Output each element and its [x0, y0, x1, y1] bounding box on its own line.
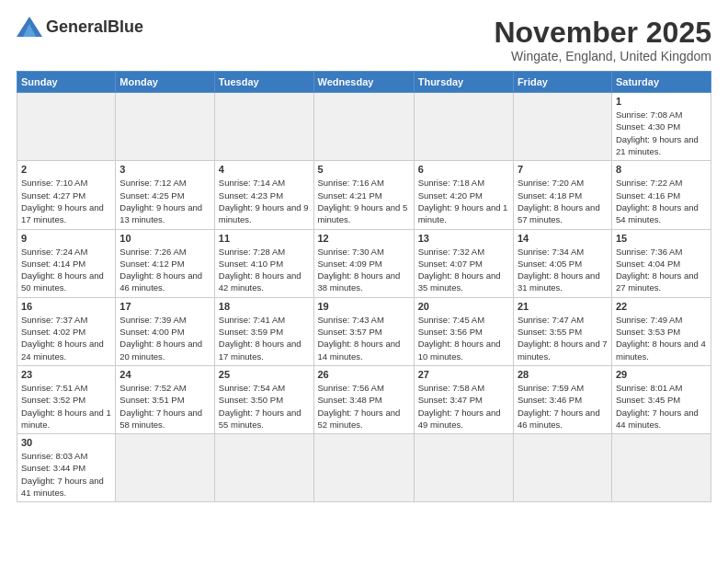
day-cell: 23Sunrise: 7:51 AMSunset: 3:52 PMDayligh… [17, 365, 116, 433]
logo-text: GeneralBlue [46, 18, 143, 35]
day-info: Sunrise: 7:56 AMSunset: 3:48 PMDaylight:… [318, 382, 410, 431]
day-number: 18 [219, 301, 310, 312]
day-cell [611, 434, 711, 502]
day-info: Sunrise: 7:36 AMSunset: 4:04 PMDaylight:… [616, 246, 707, 294]
header-row: SundayMondayTuesdayWednesdayThursdayFrid… [17, 72, 711, 93]
calendar-header: SundayMondayTuesdayWednesdayThursdayFrid… [17, 72, 711, 93]
month-title: November 2025 [494, 17, 711, 49]
header-cell-tuesday: Tuesday [214, 72, 313, 93]
week-row-3: 16Sunrise: 7:37 AMSunset: 4:02 PMDayligh… [17, 297, 711, 365]
day-info: Sunrise: 7:20 AMSunset: 4:18 PMDaylight:… [518, 177, 608, 225]
day-cell: 10Sunrise: 7:26 AMSunset: 4:12 PMDayligh… [116, 229, 214, 297]
week-row-5: 30Sunrise: 8:03 AMSunset: 3:44 PMDayligh… [17, 434, 711, 502]
day-cell [414, 434, 513, 502]
day-info: Sunrise: 7:54 AMSunset: 3:50 PMDaylight:… [219, 382, 310, 431]
day-number: 4 [219, 164, 310, 175]
day-number: 3 [119, 164, 210, 175]
day-number: 9 [21, 233, 111, 244]
day-cell: 27Sunrise: 7:58 AMSunset: 3:47 PMDayligh… [414, 365, 513, 433]
day-info: Sunrise: 7:18 AMSunset: 4:20 PMDaylight:… [418, 177, 509, 225]
day-info: Sunrise: 7:59 AMSunset: 3:46 PMDaylight:… [518, 382, 608, 431]
page: GeneralBlue November 2025 Wingate, Engla… [0, 0, 728, 563]
day-cell [414, 93, 513, 161]
day-number: 5 [318, 164, 410, 175]
week-row-1: 2Sunrise: 7:10 AMSunset: 4:27 PMDaylight… [17, 161, 711, 229]
day-cell: 14Sunrise: 7:34 AMSunset: 4:05 PMDayligh… [513, 229, 611, 297]
day-cell [116, 434, 214, 502]
day-info: Sunrise: 7:49 AMSunset: 3:53 PMDaylight:… [616, 314, 707, 362]
day-number: 29 [616, 369, 707, 380]
header-cell-saturday: Saturday [611, 72, 711, 93]
day-info: Sunrise: 7:16 AMSunset: 4:21 PMDaylight:… [318, 177, 410, 225]
day-number: 24 [119, 369, 210, 380]
day-info: Sunrise: 7:12 AMSunset: 4:25 PMDaylight:… [119, 177, 210, 225]
day-number: 11 [219, 233, 310, 244]
day-info: Sunrise: 7:10 AMSunset: 4:27 PMDaylight:… [21, 177, 111, 225]
day-cell: 24Sunrise: 7:52 AMSunset: 3:51 PMDayligh… [116, 365, 214, 433]
day-cell [313, 93, 414, 161]
day-cell: 12Sunrise: 7:30 AMSunset: 4:09 PMDayligh… [313, 229, 414, 297]
day-info: Sunrise: 7:43 AMSunset: 3:57 PMDaylight:… [318, 314, 410, 362]
header-cell-friday: Friday [513, 72, 611, 93]
day-info: Sunrise: 7:30 AMSunset: 4:09 PMDaylight:… [318, 246, 410, 294]
day-cell: 1Sunrise: 7:08 AMSunset: 4:30 PMDaylight… [611, 93, 711, 161]
header: GeneralBlue November 2025 Wingate, Engla… [17, 17, 711, 63]
day-cell: 13Sunrise: 7:32 AMSunset: 4:07 PMDayligh… [414, 229, 513, 297]
subtitle: Wingate, England, United Kingdom [494, 49, 711, 63]
day-info: Sunrise: 7:39 AMSunset: 4:00 PMDaylight:… [119, 314, 210, 362]
day-cell: 11Sunrise: 7:28 AMSunset: 4:10 PMDayligh… [214, 229, 313, 297]
header-cell-thursday: Thursday [414, 72, 513, 93]
day-info: Sunrise: 7:08 AMSunset: 4:30 PMDaylight:… [616, 109, 707, 157]
day-cell [313, 434, 414, 502]
day-cell: 16Sunrise: 7:37 AMSunset: 4:02 PMDayligh… [17, 297, 116, 365]
day-cell: 22Sunrise: 7:49 AMSunset: 3:53 PMDayligh… [611, 297, 711, 365]
day-cell [513, 93, 611, 161]
title-area: November 2025 Wingate, England, United K… [494, 17, 711, 63]
day-cell [116, 93, 214, 161]
day-number: 12 [318, 233, 410, 244]
day-number: 26 [318, 369, 410, 380]
day-info: Sunrise: 7:26 AMSunset: 4:12 PMDaylight:… [119, 246, 210, 294]
day-number: 14 [518, 233, 608, 244]
day-cell: 25Sunrise: 7:54 AMSunset: 3:50 PMDayligh… [214, 365, 313, 433]
week-row-4: 23Sunrise: 7:51 AMSunset: 3:52 PMDayligh… [17, 365, 711, 433]
day-number: 1 [616, 96, 707, 107]
header-cell-wednesday: Wednesday [313, 72, 414, 93]
day-info: Sunrise: 7:58 AMSunset: 3:47 PMDaylight:… [418, 382, 509, 431]
day-cell [214, 93, 313, 161]
day-cell: 4Sunrise: 7:14 AMSunset: 4:23 PMDaylight… [214, 161, 313, 229]
logo: GeneralBlue [17, 17, 143, 37]
week-row-2: 9Sunrise: 7:24 AMSunset: 4:14 PMDaylight… [17, 229, 711, 297]
day-cell: 7Sunrise: 7:20 AMSunset: 4:18 PMDaylight… [513, 161, 611, 229]
day-info: Sunrise: 7:32 AMSunset: 4:07 PMDaylight:… [418, 246, 509, 294]
day-number: 25 [219, 369, 310, 380]
day-info: Sunrise: 7:37 AMSunset: 4:02 PMDaylight:… [21, 314, 111, 362]
day-info: Sunrise: 7:14 AMSunset: 4:23 PMDaylight:… [219, 177, 310, 225]
day-number: 30 [21, 437, 111, 448]
day-cell: 6Sunrise: 7:18 AMSunset: 4:20 PMDaylight… [414, 161, 513, 229]
header-cell-sunday: Sunday [17, 72, 116, 93]
day-info: Sunrise: 8:03 AMSunset: 3:44 PMDaylight:… [21, 450, 111, 499]
day-info: Sunrise: 7:45 AMSunset: 3:56 PMDaylight:… [418, 314, 509, 362]
day-info: Sunrise: 7:51 AMSunset: 3:52 PMDaylight:… [21, 382, 111, 431]
day-info: Sunrise: 8:01 AMSunset: 3:45 PMDaylight:… [616, 382, 707, 431]
day-number: 15 [616, 233, 707, 244]
day-info: Sunrise: 7:47 AMSunset: 3:55 PMDaylight:… [518, 314, 608, 362]
day-info: Sunrise: 7:41 AMSunset: 3:59 PMDaylight:… [219, 314, 310, 362]
day-cell: 5Sunrise: 7:16 AMSunset: 4:21 PMDaylight… [313, 161, 414, 229]
day-number: 22 [616, 301, 707, 312]
day-number: 17 [119, 301, 210, 312]
day-number: 10 [119, 233, 210, 244]
day-number: 13 [418, 233, 509, 244]
logo-area: GeneralBlue [17, 17, 143, 37]
calendar: SundayMondayTuesdayWednesdayThursdayFrid… [17, 71, 711, 502]
day-cell: 19Sunrise: 7:43 AMSunset: 3:57 PMDayligh… [313, 297, 414, 365]
day-info: Sunrise: 7:22 AMSunset: 4:16 PMDaylight:… [616, 177, 707, 225]
day-cell: 29Sunrise: 8:01 AMSunset: 3:45 PMDayligh… [611, 365, 711, 433]
day-cell: 9Sunrise: 7:24 AMSunset: 4:14 PMDaylight… [17, 229, 116, 297]
day-info: Sunrise: 7:24 AMSunset: 4:14 PMDaylight:… [21, 246, 111, 294]
day-cell: 21Sunrise: 7:47 AMSunset: 3:55 PMDayligh… [513, 297, 611, 365]
logo-icon [17, 17, 42, 37]
day-number: 7 [518, 164, 608, 175]
header-cell-monday: Monday [116, 72, 214, 93]
